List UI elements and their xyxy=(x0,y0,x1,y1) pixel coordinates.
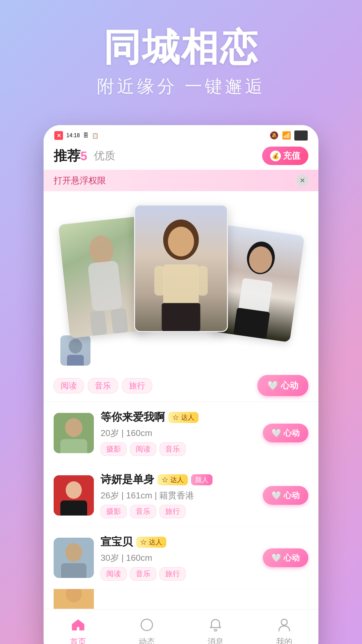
recharge-button[interactable]: 💰 充值 xyxy=(262,147,308,165)
tab-quality[interactable]: 优质 xyxy=(94,149,115,163)
star-badge-3: ☆ 达人 xyxy=(136,537,166,548)
tag-photography: 摄影 xyxy=(101,505,127,518)
user-info-1: 等你来爱我啊 ☆ 达人 20岁 | 160cm 摄影 阅读 音乐 xyxy=(101,410,256,456)
svg-rect-3 xyxy=(111,308,128,334)
user-item[interactable]: 等你来爱我啊 ☆ 达人 20岁 | 160cm 摄影 阅读 音乐 🤍 心动 xyxy=(44,402,318,464)
bell-off-icon: 🔕 xyxy=(269,131,279,140)
hero-title: 同城相恋 xyxy=(13,27,349,68)
notification-icon: 🗄 xyxy=(83,132,88,139)
tab-recommend[interactable]: 推荐5 xyxy=(54,147,87,165)
svg-rect-21 xyxy=(60,500,87,516)
phone-screen: ✕ 14:18 🗄 📋 🔕 📶 18 推荐5 优质 💰 充值 xyxy=(44,125,318,644)
user-meta-1: 20岁 | 160cm xyxy=(101,427,256,439)
main-card-tags-row: 阅读 音乐 旅行 🤍 心动 xyxy=(44,372,318,401)
svg-rect-8 xyxy=(154,266,165,296)
svg-rect-24 xyxy=(61,563,86,578)
svg-rect-6 xyxy=(163,264,199,306)
svg-point-28 xyxy=(214,630,217,631)
cards-section xyxy=(44,191,318,372)
svg-rect-2 xyxy=(89,310,107,336)
message-icon: 📋 xyxy=(92,132,99,139)
beauty-badge-2: 颜人 xyxy=(191,474,213,485)
main-heart-button[interactable]: 🤍 心动 xyxy=(257,375,308,396)
heart-icon: 🤍 xyxy=(267,380,278,391)
svg-point-17 xyxy=(65,418,82,437)
app-header: 推荐5 优质 💰 充值 xyxy=(44,143,318,170)
tag-reading: 阅读 xyxy=(101,567,127,581)
nav-item-feed[interactable]: 动态 xyxy=(138,616,156,644)
tag-travel: 旅行 xyxy=(160,567,186,581)
svg-rect-9 xyxy=(197,266,208,296)
user-meta-2: 26岁 | 161cm | 籍贯香港 xyxy=(101,490,256,501)
nav-label-feed: 动态 xyxy=(139,636,155,644)
heart-icon: 🤍 xyxy=(272,491,282,500)
user-list: 等你来爱我啊 ☆ 达人 20岁 | 160cm 摄影 阅读 音乐 🤍 心动 xyxy=(44,401,318,609)
wifi-icon: 📶 xyxy=(282,131,291,140)
mini-avatar[interactable] xyxy=(60,335,90,366)
status-bar: ✕ 14:18 🗄 📋 🔕 📶 18 xyxy=(44,125,318,143)
svg-point-20 xyxy=(66,481,82,499)
bell-icon xyxy=(207,616,224,634)
bottom-nav: 首页 动态 消息 xyxy=(44,609,318,644)
user-name-3: 宣宝贝 xyxy=(101,535,133,549)
user-tags-3: 阅读 音乐 旅行 xyxy=(101,567,256,581)
user-item[interactable]: 宣宝贝 ☆ 达人 30岁 | 160cm 阅读 音乐 旅行 🤍 心动 xyxy=(44,527,318,589)
user-name-2: 诗妍是单身 xyxy=(101,472,154,487)
tag-reading: 阅读 xyxy=(54,378,84,393)
status-time: 14:18 xyxy=(66,132,80,139)
status-left: ✕ 14:18 🗄 📋 xyxy=(54,131,99,140)
svg-rect-7 xyxy=(162,303,200,331)
hero-section: 同城相恋 附近缘分 一键邂逅 xyxy=(0,0,362,112)
star-badge-2: ☆ 达人 xyxy=(158,474,188,485)
tag-travel: 旅行 xyxy=(122,378,152,393)
hero-subtitle: 附近缘分 一键邂逅 xyxy=(13,75,349,98)
user-item-partial[interactable] xyxy=(44,589,318,609)
star-badge-1: ☆ 达人 xyxy=(168,412,198,423)
nav-label-messages: 消息 xyxy=(207,636,224,644)
user-avatar-3 xyxy=(54,538,94,578)
home-icon xyxy=(69,616,87,634)
nav-item-profile[interactable]: 我的 xyxy=(276,616,293,644)
user-heart-button-1[interactable]: 🤍 心动 xyxy=(263,424,308,442)
user-avatar-2 xyxy=(54,475,94,516)
user-name-row-3: 宣宝贝 ☆ 达人 xyxy=(101,535,256,549)
svg-point-29 xyxy=(281,619,287,625)
svg-point-27 xyxy=(141,619,153,631)
battery-badge: 18 xyxy=(294,130,308,141)
nav-item-messages[interactable]: 消息 xyxy=(207,616,224,644)
svg-point-23 xyxy=(65,543,82,562)
nav-item-home[interactable]: 首页 xyxy=(69,616,87,644)
svg-point-14 xyxy=(69,339,82,354)
tag-travel: 旅行 xyxy=(160,505,186,518)
nav-label-home: 首页 xyxy=(70,636,86,644)
user-name-row-2: 诗妍是单身 ☆ 达人 颜人 xyxy=(101,472,256,487)
user-tags-2: 摄影 音乐 旅行 xyxy=(101,505,256,518)
user-item[interactable]: 诗妍是单身 ☆ 达人 颜人 26岁 | 161cm | 籍贯香港 摄影 音乐 旅… xyxy=(44,464,318,527)
user-heart-button-3[interactable]: 🤍 心动 xyxy=(263,548,308,567)
banner-close-button[interactable]: ✕ xyxy=(296,174,308,186)
banner-text: 打开悬浮权限 xyxy=(54,175,106,186)
svg-rect-1 xyxy=(87,261,123,312)
tag-music: 音乐 xyxy=(130,505,156,518)
user-tags-1: 摄影 阅读 音乐 xyxy=(101,442,256,456)
wallet-icon: 💰 xyxy=(270,151,281,161)
banner[interactable]: 打开悬浮权限 ✕ xyxy=(44,170,318,191)
x-icon: ✕ xyxy=(54,131,63,140)
user-info-2: 诗妍是单身 ☆ 达人 颜人 26岁 | 161cm | 籍贯香港 摄影 音乐 旅… xyxy=(101,472,256,518)
main-card-tags: 阅读 音乐 旅行 xyxy=(54,378,152,393)
profile-card-center[interactable] xyxy=(134,205,228,332)
user-info-3: 宣宝贝 ☆ 达人 30岁 | 160cm 阅读 音乐 旅行 xyxy=(101,535,256,581)
user-heart-button-2[interactable]: 🤍 心动 xyxy=(263,486,308,505)
person-icon xyxy=(276,616,293,634)
phone-mockup: ✕ 14:18 🗄 📋 🔕 📶 18 推荐5 优质 💰 充值 xyxy=(0,125,362,644)
profile-cards xyxy=(50,198,312,332)
tag-music: 音乐 xyxy=(88,378,118,393)
card-center-image xyxy=(135,206,227,331)
heart-icon: 🤍 xyxy=(272,428,282,438)
tag-reading: 阅读 xyxy=(130,442,156,456)
tag-music: 音乐 xyxy=(160,442,186,456)
header-tabs: 推荐5 优质 xyxy=(54,147,115,165)
circle-icon xyxy=(138,616,156,634)
svg-point-0 xyxy=(88,234,115,266)
user-avatar-4 xyxy=(54,589,94,609)
